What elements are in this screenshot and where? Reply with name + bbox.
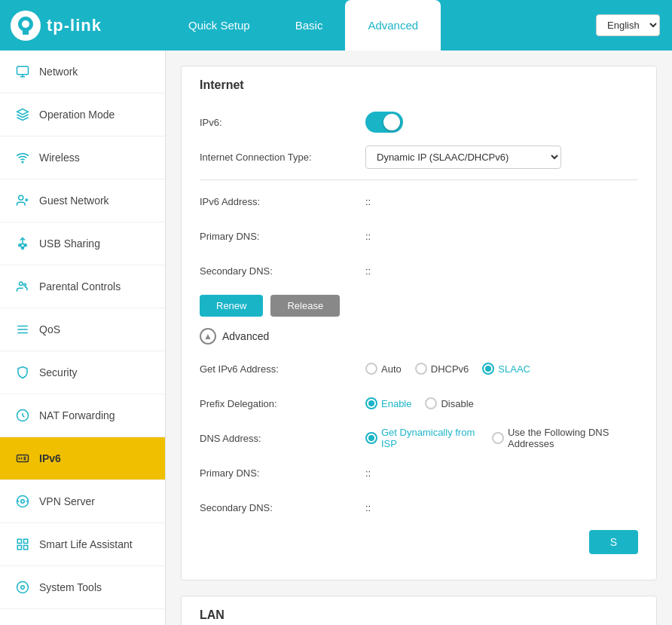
- guest-network-icon: [15, 193, 30, 208]
- radio-dhcpv6[interactable]: DHCPv6: [415, 363, 469, 375]
- get-ipv6-label: Get IPv6 Address:: [200, 363, 365, 375]
- ipv6-toggle[interactable]: [365, 112, 403, 133]
- sidebar-item-guest-network[interactable]: Guest Network: [0, 179, 165, 222]
- svg-rect-32: [24, 546, 28, 550]
- connection-type-select[interactable]: Dynamic IP (SLAAC/DHCPv6) Static IP PPPo…: [365, 146, 561, 169]
- radio-get-dynamically-label: Get Dynamically from ISP: [381, 427, 478, 449]
- connection-type-label: Internet Connection Type:: [200, 152, 365, 163]
- get-ipv6-options: Auto DHCPv6 SLAAC: [365, 363, 530, 375]
- sidebar-item-wireless[interactable]: Wireless: [0, 136, 165, 179]
- logo-text: tp-link: [47, 16, 102, 35]
- sidebar-label-usb-sharing: USB Sharing: [39, 237, 100, 250]
- operation-mode-icon: [15, 107, 30, 122]
- internet-section-title: Internet: [200, 78, 638, 98]
- button-row: Renew Release: [200, 293, 638, 317]
- tab-basic[interactable]: Basic: [273, 0, 346, 51]
- sidebar-item-qos[interactable]: QoS: [0, 308, 165, 351]
- advanced-toggle[interactable]: ▲ Advanced: [200, 328, 638, 345]
- svg-rect-30: [24, 539, 28, 543]
- radio-auto-circle: [365, 363, 377, 375]
- lan-section-title: LAN: [200, 608, 638, 625]
- radio-use-following[interactable]: Use the Following DNS Addresses: [492, 427, 638, 449]
- release-button[interactable]: Release: [270, 295, 340, 317]
- sidebar-item-security[interactable]: Security: [0, 351, 165, 394]
- ipv6-row: IPv6:: [200, 110, 638, 134]
- top-nav: tp-link Quick Setup Basic Advanced Engli…: [0, 0, 672, 51]
- primary-dns-row: Primary DNS: ::: [200, 224, 638, 248]
- get-ipv6-row: Get IPv6 Address: Auto DHCPv6 SLAAC: [200, 357, 638, 381]
- sidebar-item-ipv6[interactable]: IPv6: [0, 437, 165, 480]
- sidebar-item-smart-life[interactable]: Smart Life Assistant: [0, 523, 165, 566]
- secondary-dns-row: Secondary DNS: ::: [200, 259, 638, 283]
- sidebar-item-operation-mode[interactable]: Operation Mode: [0, 93, 165, 136]
- radio-use-following-label: Use the Following DNS Addresses: [508, 427, 638, 449]
- sidebar-item-network[interactable]: Network: [0, 51, 165, 93]
- adv-primary-dns-value: ::: [365, 467, 371, 479]
- renew-button[interactable]: Renew: [200, 295, 263, 317]
- radio-use-following-circle: [492, 432, 504, 444]
- content-area: Internet IPv6: Internet Connection Type:…: [166, 51, 672, 625]
- sidebar-label-ipv6: IPv6: [39, 452, 61, 464]
- sidebar-item-usb-sharing[interactable]: USB Sharing: [0, 222, 165, 265]
- svg-point-17: [24, 283, 26, 286]
- radio-dhcpv6-circle: [415, 363, 427, 375]
- sidebar-label-operation-mode: Operation Mode: [39, 109, 115, 121]
- adv-secondary-dns-row: Secondary DNS: ::: [200, 495, 638, 519]
- logo-area: tp-link: [0, 11, 166, 41]
- svg-point-6: [19, 195, 23, 200]
- adv-primary-dns-label: Primary DNS:: [200, 467, 365, 479]
- ipv6-label: IPv6:: [200, 117, 365, 128]
- security-icon: [15, 365, 30, 380]
- radio-slaac-label: SLAAC: [498, 363, 530, 375]
- parental-controls-icon: [15, 279, 30, 294]
- radio-enable[interactable]: Enable: [365, 397, 411, 409]
- adv-secondary-dns-value: ::: [365, 502, 371, 513]
- radio-slaac-circle: [482, 363, 494, 375]
- radio-auto[interactable]: Auto: [365, 363, 402, 375]
- prefix-delegation-row: Prefix Delegation: Enable Disable: [200, 391, 638, 415]
- language-select[interactable]: English: [596, 14, 660, 36]
- divider-1: [200, 179, 638, 180]
- ipv6-address-row: IPv6 Address: ::: [200, 189, 638, 213]
- radio-slaac[interactable]: SLAAC: [482, 363, 530, 375]
- svg-point-1: [22, 20, 29, 28]
- tab-quick-setup[interactable]: Quick Setup: [166, 0, 273, 51]
- smart-life-icon: [15, 537, 30, 552]
- sidebar-item-vpn-server[interactable]: VPN Server: [0, 480, 165, 523]
- secondary-dns-label: Secondary DNS:: [200, 265, 365, 277]
- sidebar-item-nat-forwarding[interactable]: NAT Forwarding: [0, 394, 165, 437]
- sidebar-item-parental-controls[interactable]: Parental Controls: [0, 265, 165, 308]
- dns-address-label: DNS Address:: [200, 433, 365, 444]
- dns-address-options: Get Dynamically from ISP Use the Followi…: [365, 427, 638, 449]
- sidebar-item-system-tools[interactable]: System Tools: [0, 566, 165, 609]
- radio-disable-circle: [425, 397, 437, 409]
- advanced-toggle-icon: ▲: [200, 328, 216, 345]
- sidebar-label-wireless: Wireless: [39, 152, 80, 164]
- radio-disable[interactable]: Disable: [425, 397, 473, 409]
- ipv6-icon: [15, 451, 30, 466]
- svg-rect-31: [17, 546, 21, 550]
- ipv6-address-label: IPv6 Address:: [200, 196, 365, 207]
- save-button[interactable]: S: [589, 530, 638, 554]
- svg-point-28: [21, 500, 25, 504]
- system-tools-icon: [15, 580, 30, 595]
- radio-enable-circle: [365, 397, 377, 409]
- internet-section: Internet IPv6: Internet Connection Type:…: [181, 66, 657, 581]
- nav-tabs: Quick Setup Basic Advanced: [166, 0, 596, 51]
- main-layout: Network Operation Mode Wireless Guest Ne…: [0, 51, 672, 625]
- radio-get-dynamically[interactable]: Get Dynamically from ISP: [365, 427, 478, 449]
- prefix-delegation-label: Prefix Delegation:: [200, 398, 365, 409]
- primary-dns-value: ::: [365, 231, 371, 242]
- tab-advanced[interactable]: Advanced: [345, 0, 441, 51]
- ipv6-address-value: ::: [365, 196, 371, 207]
- sidebar-label-nat-forwarding: NAT Forwarding: [39, 409, 115, 421]
- primary-dns-label: Primary DNS:: [200, 231, 365, 242]
- sidebar-label-qos: QoS: [39, 323, 60, 335]
- vpn-server-icon: [15, 494, 30, 509]
- save-btn-area: S: [200, 530, 638, 554]
- sidebar-label-smart-life: Smart Life Assistant: [39, 538, 133, 550]
- tplink-logo-icon: [11, 11, 41, 41]
- usb-sharing-icon: [15, 236, 30, 251]
- lan-section: LAN Assigned Type: DHCPv6 SLAAC+Stateles…: [181, 596, 657, 625]
- secondary-dns-value: ::: [365, 265, 371, 277]
